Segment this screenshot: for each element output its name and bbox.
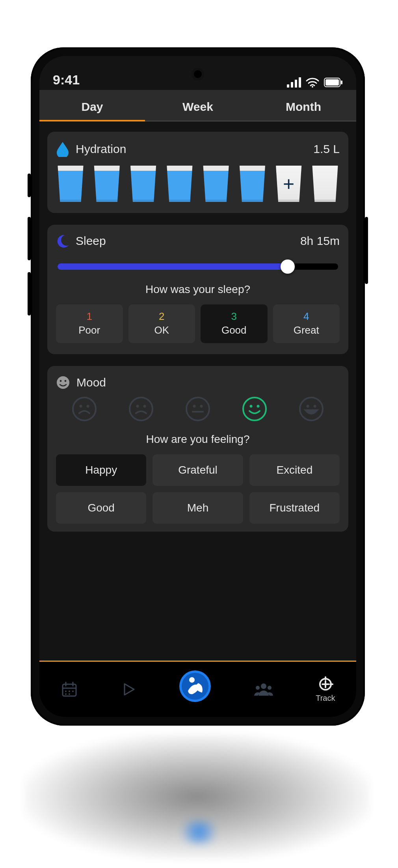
nav-play[interactable] bbox=[121, 681, 136, 697]
sleep-rating-good[interactable]: 3Good bbox=[201, 304, 268, 343]
hydration-cup-filled[interactable] bbox=[165, 166, 194, 202]
svg-point-4 bbox=[312, 86, 313, 88]
sleep-ratings: 1Poor2OK3Good4Great bbox=[56, 304, 340, 343]
mood-face-1[interactable] bbox=[71, 396, 97, 422]
status-time: 9:41 bbox=[53, 72, 80, 88]
rating-number: 2 bbox=[129, 310, 195, 323]
svg-point-14 bbox=[130, 398, 153, 420]
hydration-cups: + bbox=[56, 166, 340, 202]
tab-day[interactable]: Day bbox=[39, 100, 145, 114]
svg-point-20 bbox=[243, 398, 266, 420]
phone-frame: 9:41 Day Week Mo bbox=[31, 47, 365, 726]
sleep-slider[interactable] bbox=[58, 263, 338, 270]
svg-point-22 bbox=[257, 405, 260, 408]
cup-body bbox=[165, 166, 194, 202]
mood-chip-grateful[interactable]: Grateful bbox=[153, 454, 243, 486]
sleep-title: Sleep bbox=[76, 234, 106, 248]
hydration-card: Hydration 1.5 L + bbox=[47, 132, 348, 213]
svg-point-11 bbox=[73, 398, 96, 420]
hydration-cup-filled[interactable] bbox=[201, 166, 231, 202]
range-tabs: Day Week Month bbox=[39, 93, 356, 121]
nav-home[interactable] bbox=[179, 670, 212, 703]
mood-chip-good[interactable]: Good bbox=[56, 492, 146, 524]
side-button bbox=[28, 174, 31, 197]
svg-rect-2 bbox=[295, 80, 297, 88]
cellular-icon bbox=[287, 77, 301, 88]
volume-down-button bbox=[28, 272, 31, 315]
cup-body bbox=[129, 166, 158, 202]
svg-point-24 bbox=[307, 405, 309, 408]
plus-target-icon bbox=[318, 676, 333, 692]
bottom-nav: Track bbox=[39, 662, 356, 717]
nav-community[interactable] bbox=[254, 681, 273, 697]
cup-body bbox=[56, 166, 85, 202]
play-icon bbox=[121, 681, 136, 697]
svg-point-39 bbox=[256, 686, 260, 690]
rating-number: 3 bbox=[201, 310, 267, 323]
calendar-icon bbox=[60, 680, 78, 698]
svg-point-9 bbox=[60, 380, 62, 382]
cup-body bbox=[92, 166, 121, 202]
hydration-title: Hydration bbox=[76, 142, 126, 156]
battery-icon bbox=[324, 78, 343, 87]
svg-rect-0 bbox=[287, 84, 289, 88]
hydration-cup-filled[interactable] bbox=[129, 166, 158, 202]
mood-face-5[interactable] bbox=[298, 396, 324, 422]
nav-track-label: Track bbox=[316, 694, 335, 703]
hydration-cup-add[interactable]: + bbox=[274, 166, 303, 202]
power-button bbox=[365, 217, 368, 284]
sleep-rating-great[interactable]: 4Great bbox=[273, 304, 340, 343]
svg-rect-7 bbox=[341, 80, 342, 84]
hydration-cup-filled[interactable] bbox=[56, 166, 85, 202]
svg-rect-1 bbox=[291, 82, 293, 88]
mood-chip-happy[interactable]: Happy bbox=[56, 454, 146, 486]
svg-point-17 bbox=[186, 398, 209, 420]
rating-label: Good bbox=[221, 324, 247, 336]
svg-point-30 bbox=[65, 691, 67, 692]
sleep-slider-fill bbox=[58, 263, 288, 270]
tab-week[interactable]: Week bbox=[145, 100, 251, 114]
plus-icon: + bbox=[274, 166, 303, 202]
rating-number: 1 bbox=[56, 310, 123, 323]
svg-point-40 bbox=[268, 686, 272, 690]
sleep-rating-poor[interactable]: 1Poor bbox=[56, 304, 123, 343]
hydration-cup-empty[interactable] bbox=[311, 166, 340, 202]
mood-face-2[interactable] bbox=[128, 396, 154, 422]
cup-body bbox=[238, 166, 267, 202]
volume-up-button bbox=[28, 217, 31, 260]
svg-point-23 bbox=[300, 398, 323, 420]
mood-chip-frustrated[interactable]: Frustrated bbox=[249, 492, 340, 524]
range-tabs-container: Day Week Month bbox=[39, 90, 356, 121]
mood-title: Mood bbox=[76, 376, 106, 389]
svg-point-12 bbox=[80, 405, 82, 408]
hydration-cup-filled[interactable] bbox=[92, 166, 121, 202]
svg-point-16 bbox=[143, 405, 146, 408]
sleep-card: Sleep 8h 15m How was your sleep? 1Poor2O… bbox=[47, 225, 348, 354]
mood-chip-meh[interactable]: Meh bbox=[153, 492, 243, 524]
mood-card: Mood How are you feeling? HappyGratefulE… bbox=[47, 366, 348, 532]
mood-chip-excited[interactable]: Excited bbox=[249, 454, 340, 486]
nav-calendar[interactable] bbox=[60, 680, 78, 698]
svg-point-8 bbox=[57, 376, 69, 389]
svg-rect-6 bbox=[325, 79, 339, 86]
group-icon bbox=[254, 681, 273, 697]
logo-icon bbox=[179, 670, 212, 703]
hydration-cup-filled[interactable] bbox=[238, 166, 267, 202]
nav-track[interactable]: Track bbox=[316, 676, 335, 703]
rating-label: Great bbox=[294, 324, 319, 336]
svg-rect-3 bbox=[299, 77, 301, 88]
water-drop-icon bbox=[56, 141, 69, 157]
hydration-value: 1.5 L bbox=[313, 142, 340, 156]
svg-point-15 bbox=[136, 405, 139, 408]
svg-point-37 bbox=[189, 677, 195, 683]
sleep-question: How was your sleep? bbox=[56, 283, 340, 296]
sleep-rating-ok[interactable]: 2OK bbox=[128, 304, 195, 343]
reflection-glow bbox=[175, 820, 223, 844]
sleep-value: 8h 15m bbox=[300, 234, 340, 248]
tab-month[interactable]: Month bbox=[251, 100, 356, 114]
mood-face-3[interactable] bbox=[185, 396, 211, 422]
mood-face-4[interactable] bbox=[242, 396, 268, 422]
wifi-icon bbox=[306, 77, 319, 88]
content-scroll[interactable]: Hydration 1.5 L + Sleep bbox=[39, 121, 356, 661]
sleep-slider-thumb[interactable] bbox=[281, 259, 295, 274]
